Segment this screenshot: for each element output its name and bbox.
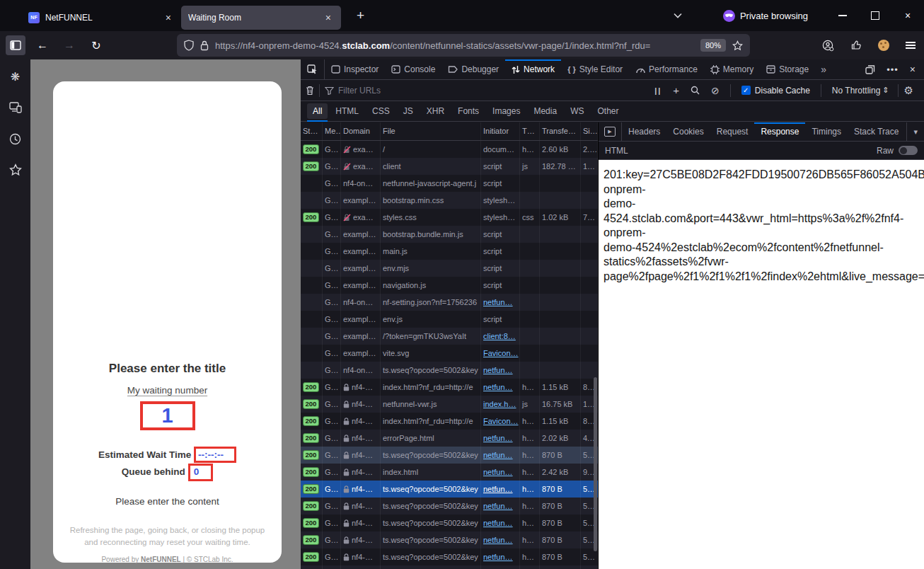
reload-button[interactable]: ↻ [86, 35, 106, 55]
history-clock-icon[interactable] [8, 132, 23, 146]
request-row[interactable]: G…nf4-on…netfunnel-javascript-agent.jscr… [301, 175, 598, 192]
tab-request[interactable]: Request [710, 122, 755, 141]
pick-element-icon[interactable] [301, 59, 325, 79]
initiator-link[interactable]: Favicon… [483, 413, 519, 430]
initiator-link[interactable]: netfun… [483, 565, 513, 569]
filter-images[interactable]: Images [487, 103, 526, 119]
request-row[interactable]: 200G…nf4-…ts.wseq?opcode=5002&keynetfun…… [301, 447, 598, 464]
request-row[interactable]: G…exampl…vite.svgFavicon… [301, 345, 598, 362]
request-row[interactable]: 200G…nf4-…ts.wseq?opcode=5002&keynetfun…… [301, 515, 598, 531]
initiator-link[interactable]: netfun… [483, 515, 513, 531]
request-row[interactable]: G…exampl…bootstrap.bundle.min.jsscript [301, 226, 598, 243]
filter-xhr[interactable]: XHR [421, 103, 450, 119]
initiator-link[interactable]: netfun… [483, 531, 513, 548]
initiator-link[interactable]: netfun… [483, 447, 513, 464]
tab-stack-trace[interactable]: Stack Trace [848, 122, 905, 141]
column-status[interactable]: St… [301, 122, 323, 140]
request-list-scrollbar[interactable] [594, 377, 597, 551]
ai-chatbot-icon[interactable]: ❋ [8, 69, 23, 84]
tab-performance[interactable]: Performance [629, 59, 704, 79]
shield-icon[interactable] [184, 40, 194, 51]
sidebar-toggle-icon[interactable] [6, 35, 25, 55]
cookie-icon[interactable] [878, 40, 889, 51]
forward-button[interactable]: → [59, 35, 79, 55]
zoom-level-badge[interactable]: 80% [700, 39, 726, 52]
tab-style-editor[interactable]: { } Style Editor [561, 59, 629, 79]
column-transferred[interactable]: Transfe… [540, 122, 581, 140]
maximize-button[interactable] [859, 0, 891, 31]
request-row[interactable]: 200G…nf4-…ts.wseq?opcode=5002&keynetfun…… [301, 565, 598, 569]
tab-console[interactable]: Console [385, 59, 441, 79]
filter-css[interactable]: CSS [366, 103, 395, 119]
tab-headers[interactable]: Headers [622, 122, 666, 141]
request-row[interactable]: 200G…nf4-…index.html?nf_rdu=http://enetf… [301, 379, 598, 396]
request-row[interactable]: G…exampl…bootstrap.min.cssstylesh… [301, 192, 598, 209]
initiator-link[interactable]: netfun… [483, 362, 513, 379]
new-tab-button[interactable]: + [351, 8, 370, 23]
column-size[interactable]: Si… [581, 122, 598, 140]
column-initiator[interactable]: Initiator [481, 122, 520, 140]
synced-tabs-icon[interactable] [8, 100, 23, 115]
more-tabs-chevron-icon[interactable]: » [815, 59, 832, 79]
devtools-menu-icon[interactable]: ••• [882, 64, 903, 75]
request-row[interactable]: 200G…nf4-…index.htmlnetfun…h…2.42 kB9.… [301, 464, 598, 481]
tab-debugger[interactable]: Debugger [441, 59, 505, 79]
bookmarks-star-icon[interactable] [8, 163, 23, 177]
column-domain[interactable]: Domain [341, 122, 381, 140]
request-row[interactable]: 200G…nf4-…ts.wseq?opcode=5002&keynetfun…… [301, 548, 598, 565]
request-row[interactable]: 200G…exa…clientscriptjs182.78 …1… [301, 158, 598, 175]
url-bar[interactable]: https://nf4-onprem-demo-4524.stclab.com/… [177, 34, 750, 57]
request-row[interactable]: 200G…nf4-…netfunnel-vwr.jsindex.h…js16.7… [301, 396, 598, 413]
request-row[interactable]: G…exampl…env.jsscript [301, 311, 598, 328]
filter-ws[interactable]: WS [565, 103, 589, 119]
close-window-button[interactable]: × [891, 0, 924, 31]
initiator-link[interactable]: client:8… [483, 328, 516, 345]
network-settings-gear-icon[interactable]: ⚙ [898, 84, 919, 97]
tab-storage[interactable]: Storage [760, 59, 815, 79]
filter-js[interactable]: JS [398, 103, 419, 119]
initiator-link[interactable]: Favicon… [483, 345, 519, 362]
request-row[interactable]: G…exampl…main.jsscript [301, 243, 598, 260]
pause-traffic-icon[interactable]: || [649, 86, 667, 95]
tab-timings[interactable]: Timings [805, 122, 848, 141]
minimize-button[interactable] [826, 0, 859, 31]
details-dropdown-icon[interactable]: ▾ [906, 122, 924, 141]
clear-requests-trash-icon[interactable] [306, 86, 314, 96]
request-row[interactable]: G…exampl…navigation.jsscript [301, 277, 598, 294]
filter-urls-input[interactable]: Filter URLs [338, 86, 381, 96]
request-row[interactable]: 200G…nf4-…errorPage.htmlnetfun…h…2.02 kB… [301, 430, 598, 447]
block-requests-icon[interactable]: ⊘ [705, 85, 725, 96]
initiator-link[interactable]: netfun… [483, 430, 513, 447]
tab-response[interactable]: Response [754, 122, 805, 141]
disable-cache-checkbox[interactable]: ✓ [741, 86, 751, 95]
request-row[interactable]: 200G…nf4-…ts.wseq?opcode=5002&keynetfun…… [301, 481, 598, 498]
throttling-select[interactable]: No Throttling ⇕ [826, 86, 895, 96]
request-row[interactable]: 200G…exa…styles.cssstylesh…css1.02 kB7… [301, 209, 598, 226]
lock-icon[interactable] [200, 40, 209, 51]
request-row[interactable]: 200G…nf4-…ts.wseq?opcode=5002&keynetfun…… [301, 498, 598, 515]
filter-all[interactable]: All [307, 103, 328, 119]
initiator-link[interactable]: netfun… [483, 294, 513, 311]
raw-toggle[interactable] [899, 146, 918, 155]
account-icon[interactable] [822, 40, 834, 52]
bookmark-star-icon[interactable] [732, 40, 743, 51]
filter-fonts[interactable]: Fonts [452, 103, 485, 119]
initiator-link[interactable]: netfun… [483, 379, 513, 396]
disable-cache-control[interactable]: ✓ Disable Cache [736, 86, 816, 96]
filter-html[interactable]: HTML [330, 103, 364, 119]
tab-waiting-room[interactable]: Waiting Room × [181, 6, 341, 30]
resend-request-icon[interactable]: ▶ [599, 122, 622, 141]
initiator-link[interactable]: netfun… [483, 548, 513, 565]
split-console-icon[interactable] [861, 65, 879, 74]
list-all-tabs-icon[interactable] [674, 13, 682, 18]
initiator-link[interactable]: netfun… [483, 481, 513, 498]
back-button[interactable]: ← [33, 35, 52, 55]
initiator-link[interactable]: netfun… [483, 498, 513, 515]
tab-cookies[interactable]: Cookies [666, 122, 710, 141]
tab-netfunnel[interactable]: NF NetFUNNEL × [21, 6, 181, 30]
filter-media[interactable]: Media [528, 103, 562, 119]
request-row[interactable]: G…nf4-on…nf-setting.json?nf=1756236netfu… [301, 294, 598, 311]
menu-icon[interactable] [906, 40, 916, 50]
extension-icon[interactable] [850, 40, 862, 51]
tab-inspector[interactable]: Inspector [325, 59, 385, 79]
